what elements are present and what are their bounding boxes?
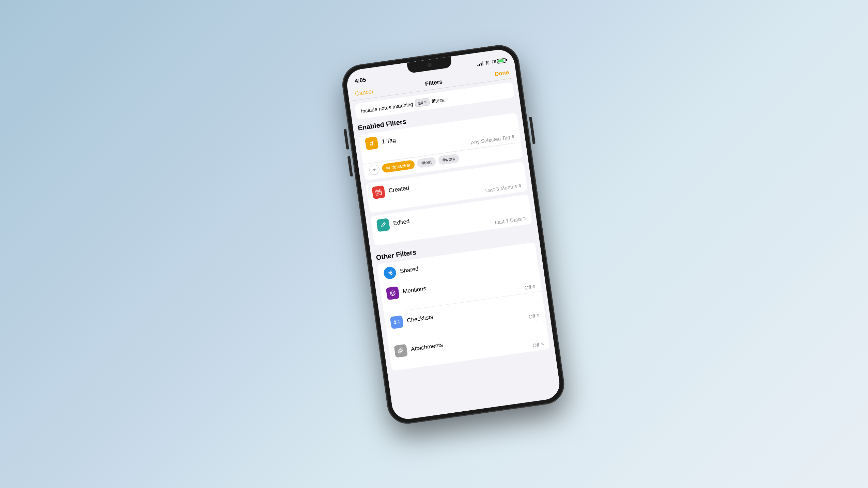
add-tag-button[interactable]: + — [369, 164, 380, 176]
status-time: 4:05 — [354, 76, 366, 85]
chevron-updown-icon: ⇅ — [423, 100, 427, 104]
checklists-filter-chevron-icon: ⇅ — [536, 313, 540, 318]
filter-match-prefix: Include notes matching — [360, 101, 413, 114]
svg-point-8 — [388, 272, 390, 274]
mentions-icon — [386, 286, 400, 300]
tag-filter-chevron-icon: ⇅ — [511, 134, 515, 139]
tag-icon: # — [365, 136, 379, 150]
paperclip-svg — [397, 347, 405, 355]
edited-icon — [376, 218, 390, 232]
battery-fill — [498, 59, 503, 62]
notch — [407, 57, 452, 74]
battery-icon — [497, 58, 506, 63]
mentions-filter-chevron-icon: ⇅ — [532, 284, 536, 289]
battery-indicator: 78 — [491, 58, 506, 64]
svg-line-1 — [376, 191, 381, 192]
pencil-svg — [379, 221, 387, 229]
edited-filter-chevron-icon: ⇅ — [523, 216, 526, 220]
wifi-icon: ⌘ — [485, 60, 490, 66]
svg-line-3 — [379, 189, 380, 190]
svg-line-2 — [377, 189, 377, 191]
svg-rect-5 — [378, 192, 379, 193]
camera-dot — [427, 63, 432, 67]
svg-point-10 — [390, 273, 392, 275]
shared-svg — [386, 269, 394, 277]
filter-match-value: all — [418, 100, 423, 106]
filter-match-suffix: filters. — [431, 96, 446, 104]
svg-line-12 — [390, 273, 391, 273]
filter-match-selector[interactable]: all ⇅ — [415, 98, 430, 107]
attachments-filter-chevron-icon: ⇅ — [540, 342, 544, 347]
svg-rect-0 — [375, 190, 382, 195]
shared-icon — [383, 266, 397, 280]
svg-line-7 — [384, 223, 385, 224]
svg-point-13 — [391, 292, 394, 294]
svg-rect-4 — [377, 193, 378, 194]
cancel-button[interactable]: Cancel — [355, 88, 373, 97]
phone-frame: 4:05 ⌘ 78 — [340, 43, 566, 426]
scroll-content: Include notes matching all ⇅ filters. En… — [349, 78, 561, 421]
tag-work[interactable]: #work — [438, 153, 460, 165]
tag-test[interactable]: #test — [417, 157, 436, 168]
svg-line-15 — [396, 320, 399, 321]
mentions-filter-value: Off — [524, 284, 532, 291]
other-filters-card: Shared — [377, 242, 550, 371]
volume-up-button[interactable] — [344, 129, 349, 150]
checklists-filter-value: Off — [528, 313, 536, 320]
phone-screen: 4:05 ⌘ 78 — [345, 48, 561, 421]
tag-lifehacker[interactable]: #Lifehacker — [382, 159, 415, 173]
checklists-icon — [390, 315, 404, 329]
svg-rect-14 — [394, 321, 395, 322]
battery-percent: 78 — [491, 59, 496, 64]
signal-icon — [477, 61, 483, 66]
attachments-filter-value: Off — [532, 342, 540, 349]
svg-rect-6 — [379, 192, 381, 193]
volume-down-button[interactable] — [347, 156, 353, 177]
power-button[interactable] — [529, 117, 536, 144]
created-icon — [372, 185, 386, 199]
status-icons: ⌘ 78 — [477, 58, 506, 67]
checklist-svg — [393, 318, 401, 326]
page-title: Filters — [425, 78, 443, 88]
at-svg — [389, 289, 397, 297]
created-filter-chevron-icon: ⇅ — [518, 183, 522, 188]
calendar-svg — [375, 188, 383, 196]
done-button[interactable]: Done — [494, 69, 510, 78]
attachments-icon — [394, 344, 408, 358]
svg-line-17 — [396, 322, 399, 323]
